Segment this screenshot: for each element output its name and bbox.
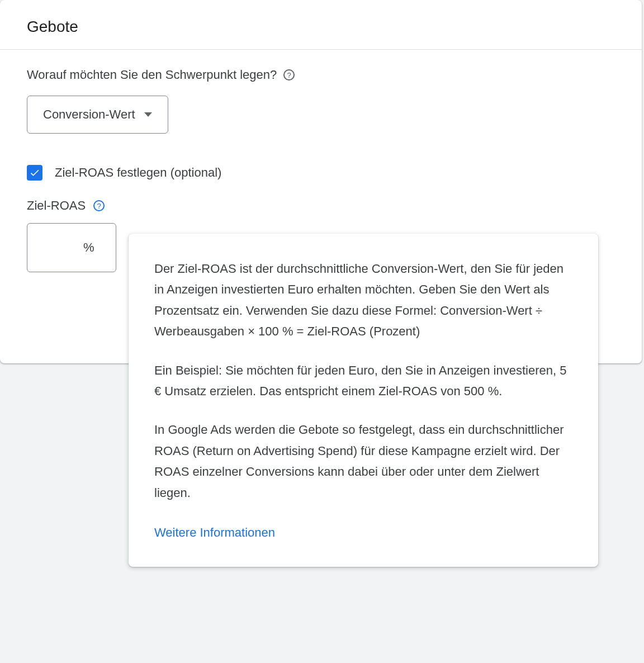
help-icon[interactable]: ?: [93, 200, 105, 211]
tooltip-paragraph: In Google Ads werden die Gebote so festg…: [154, 419, 572, 503]
focus-question-label: Worauf möchten Sie den Schwerpunkt legen…: [27, 68, 277, 82]
target-roas-input[interactable]: [27, 240, 83, 255]
target-roas-checkbox-row: Ziel-ROAS festlegen (optional): [27, 165, 615, 181]
help-icon[interactable]: ?: [283, 69, 295, 80]
target-roas-field-label: Ziel-ROAS: [27, 198, 86, 213]
chevron-down-icon: [144, 112, 152, 117]
target-roas-input-wrapper: %: [27, 223, 116, 272]
tooltip-paragraph: Der Ziel-ROAS ist der durchschnittliche …: [154, 258, 572, 342]
target-roas-label-row: Ziel-ROAS ?: [27, 198, 615, 213]
focus-question-row: Worauf möchten Sie den Schwerpunkt legen…: [27, 68, 615, 82]
card-title: Gebote: [27, 18, 615, 36]
focus-dropdown[interactable]: Conversion-Wert: [27, 96, 168, 134]
target-roas-tooltip: Der Ziel-ROAS ist der durchschnittliche …: [129, 234, 598, 567]
target-roas-checkbox[interactable]: [27, 165, 42, 181]
tooltip-paragraph: Ein Beispiel: Sie möchten für jeden Euro…: [154, 360, 572, 402]
target-roas-suffix: %: [83, 240, 94, 255]
focus-dropdown-selected: Conversion-Wert: [43, 107, 135, 122]
check-icon: [29, 167, 40, 178]
card-header: Gebote: [0, 0, 642, 50]
target-roas-checkbox-label: Ziel-ROAS festlegen (optional): [55, 165, 221, 180]
more-info-link[interactable]: Weitere Informationen: [154, 525, 275, 539]
